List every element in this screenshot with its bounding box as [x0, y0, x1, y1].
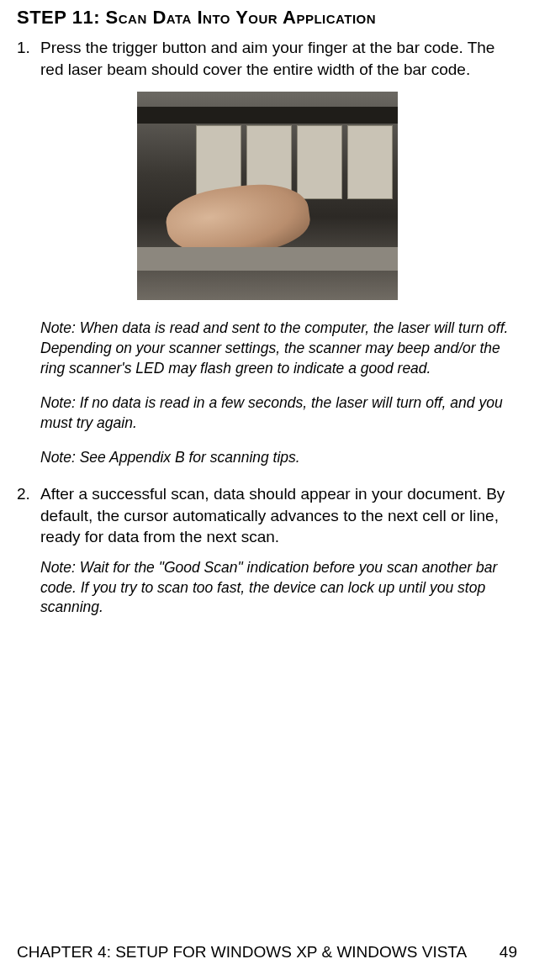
list-text-1: Press the trigger button and aim your fi… [40, 37, 517, 80]
list-item-1: 1. Press the trigger button and aim your… [17, 37, 517, 80]
note-2: Note: If no data is read in a few second… [17, 393, 517, 433]
page-footer: CHAPTER 4: SETUP FOR WINDOWS XP & WINDOW… [17, 943, 517, 962]
heading-prefix: STEP 11: [17, 7, 106, 28]
list-text-2: After a successful scan, data should app… [40, 483, 517, 548]
footer-page: 49 [500, 943, 517, 962]
note-1: Note: When data is read and sent to the … [17, 319, 517, 378]
heading-rest: Scan Data Into Your Application [106, 7, 377, 28]
note-3: Note: See Appendix B for scanning tips. [17, 448, 517, 468]
note-4: Note: Wait for the "Good Scan" indicatio… [17, 558, 517, 618]
scanner-image [137, 92, 398, 300]
step-heading: STEP 11: Scan Data Into Your Application [17, 7, 517, 29]
list-item-2: 2. After a successful scan, data should … [17, 483, 517, 548]
list-number-2: 2. [17, 483, 40, 548]
list-number-1: 1. [17, 37, 40, 80]
figure-scanner [17, 92, 517, 303]
footer-chapter: CHAPTER 4: SETUP FOR WINDOWS XP & WINDOW… [17, 943, 467, 962]
